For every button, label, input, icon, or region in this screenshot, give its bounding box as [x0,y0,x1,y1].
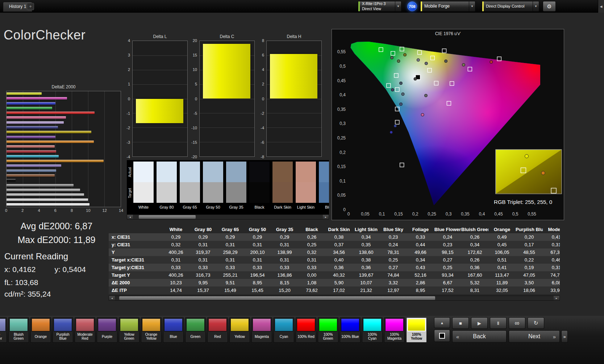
de-bar [7,164,61,167]
stop-button[interactable]: ■ [452,317,469,329]
gridline [200,127,254,128]
pattern-tile[interactable]: 100% Magenta [384,317,405,343]
table-cell: 0,33 [407,233,434,241]
gridline [133,55,187,56]
continuous-button[interactable]: ∞ [509,317,525,329]
scroll-left-icon[interactable]: ◄ [127,215,133,219]
pattern-tile-label: 100% Cyan [363,332,382,341]
pattern-tile[interactable]: Blue Flower [0,317,7,343]
table-cell: 8,95 [407,286,434,294]
de-bar [7,126,58,129]
table-cell: 11,89 [488,279,516,286]
pattern-tile[interactable]: Yellow [229,317,250,343]
table-cell: 258,29 [217,248,244,256]
pattern-tile[interactable]: Orange [30,317,51,343]
de-bar [7,170,56,172]
next-button[interactable]: Next » [509,330,560,343]
axis-tick-label: 8 [71,208,73,213]
chevron-down-icon[interactable]: ▼ [395,1,401,11]
control-dropdown[interactable]: Direct Display Control ▼ [482,1,539,12]
pattern-swatch [297,318,315,331]
pattern-tile[interactable]: Cyan [274,317,294,343]
de-bar [7,141,94,143]
pattern-tile[interactable]: Purple [97,317,117,343]
pattern-tile[interactable]: Bluish Green [8,317,29,343]
scroll-right-icon[interactable]: ► [554,296,559,300]
table-cell: 93,34 [434,271,461,279]
table-cell: 0,19 [516,264,543,271]
pattern-tile[interactable]: Orange Yellow [141,317,162,343]
pattern-tile[interactable]: 100% Cyan [362,317,383,343]
column-header: Gray 50 [244,225,271,233]
pattern-swatch [9,318,28,331]
swatch-label: Dark Skin [272,205,293,209]
scroll-right-icon[interactable]: ► [323,215,329,219]
pattern-tile[interactable]: 100% Green [318,317,338,343]
axis-tick-label: -15 [191,140,197,145]
svg-text:0,15: 0,15 [337,164,346,169]
strip-scrollbar[interactable]: ◄ ► [127,214,329,219]
pattern-tile[interactable]: Red [207,317,228,343]
axis-tick-label: 12 [103,208,107,213]
pattern-tile[interactable]: 100% Red [296,317,316,343]
table-cell: 6,08 [543,279,560,286]
pattern-tile[interactable]: Moderate Red [75,317,95,343]
scroll-left-icon[interactable]: ◄ [109,296,115,300]
strip-scroll-thumb[interactable] [139,215,196,219]
row-label: x: CIE31 [109,233,162,241]
table-cell: 255,21 [217,271,244,279]
chevron-down-icon[interactable]: ▼ [469,1,475,11]
pattern-tile[interactable]: Blue [163,317,184,343]
pattern-tile[interactable]: Magenta [251,317,272,343]
pattern-tiles: Blue FlowerBluish GreenOrangePurplish Bl… [0,317,431,343]
column-header: Gray 35 [271,225,298,233]
column-header: Dark Skin [325,225,353,233]
table-scrollbar[interactable]: ◄ ► [109,296,560,301]
pattern-swatch [230,318,249,331]
pattern-tile-label: Orange [32,332,50,341]
meter-count-badge[interactable]: 708 [407,1,417,11]
pattern-tile[interactable]: Purplish Blue [53,317,73,343]
table-cell: 33,94 [543,286,560,294]
table-cell: 10,07 [353,279,380,286]
table-scroll-track[interactable] [115,296,554,300]
table-row: ΔE 200010,239,959,518,958,151,085,9010,0… [109,279,560,286]
table-cell: 319,37 [189,248,217,256]
scroll-up-button[interactable]: ▲ [434,317,450,328]
pattern-bar: Blue FlowerBluish GreenOrangePurplish Bl… [0,316,604,364]
max-de2000-value: Max dE2000: 11,89 [0,235,113,245]
play-button[interactable]: ▶ [471,317,488,329]
strip-scroll-track[interactable] [133,215,323,219]
axis-tick-label: 8 [262,38,264,43]
de-bar [7,145,55,148]
de-bar [7,102,55,105]
collapse-panel-button[interactable]: ◀ [598,0,604,13]
workflow-dropdown[interactable]: Mobile Forge ▼ [420,1,475,12]
pattern-tile[interactable]: Yellow Green [119,317,139,343]
axis-tick-label: 0 [262,97,264,101]
table-scroll-thumb[interactable] [119,296,435,300]
table-cell: 0,27 [380,264,407,271]
meter-dropdown[interactable]: X-Rite i1Pro 3 Direct View ▼ [358,1,401,12]
gridline [200,142,254,142]
pattern-swatch [76,318,94,331]
pattern-tile[interactable]: 100% Yellow [406,317,427,343]
chevron-down-icon[interactable]: ▼ [533,1,539,11]
de-bar [7,189,80,191]
svg-text:0,45: 0,45 [337,78,346,83]
strip-swatch: Blue [319,162,329,209]
settings-button[interactable]: ⚙ [543,1,556,12]
pause-button[interactable]: Ⅱ [490,317,507,329]
advance-page-button[interactable]: » [561,330,568,343]
pattern-tile[interactable]: 100% Blue [340,317,361,343]
table-cell: 0,36 [325,264,353,271]
svg-text:0,05: 0,05 [337,193,346,198]
pattern-window-button[interactable] [434,330,450,342]
pattern-tile[interactable]: Green [185,317,206,343]
add-tab-button[interactable]: + [27,3,34,10]
back-button[interactable]: « Back [452,330,507,343]
control-dropdown-label: Direct Display Control [484,1,533,11]
actual-swatch [226,162,246,182]
loop-button[interactable]: ↻ [528,317,544,329]
table-cell: 0,31 [217,256,244,264]
